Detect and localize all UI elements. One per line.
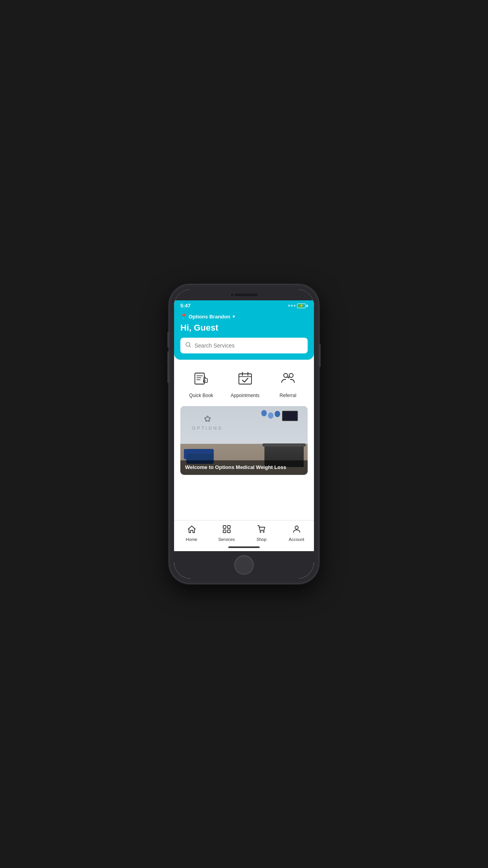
battery-fill: ⚡	[298, 304, 303, 307]
battery-body: ⚡	[297, 303, 306, 308]
search-bar[interactable]	[180, 338, 308, 353]
referral-label: Referral	[279, 393, 296, 398]
svg-line-1	[189, 346, 191, 348]
services-icon	[222, 524, 231, 535]
signal-dot-2	[291, 305, 293, 307]
lightning-icon: ⚡	[299, 304, 303, 307]
status-bar: 5:47 ⚡	[174, 300, 314, 310]
svg-rect-15	[227, 526, 230, 528]
search-input[interactable]	[194, 342, 303, 349]
search-icon	[185, 342, 191, 349]
greeting-text: Hi, Guest	[180, 323, 308, 333]
referral-button[interactable]: Referral	[277, 368, 299, 398]
content-spacer	[174, 481, 314, 520]
nav-account[interactable]: Account	[285, 524, 308, 542]
battery-tip	[306, 305, 308, 307]
svg-point-20	[295, 526, 298, 529]
battery-indicator: ⚡	[297, 303, 308, 308]
nav-shop-label: Shop	[257, 537, 267, 542]
chevron-down-icon: ▾	[233, 314, 235, 319]
front-camera	[230, 293, 234, 297]
appointments-label: Appointments	[231, 393, 259, 398]
speaker	[234, 294, 258, 296]
home-bar	[174, 544, 314, 551]
cart-icon	[257, 524, 266, 535]
location-label: Options Brandon	[189, 314, 230, 320]
wall-tv	[282, 411, 298, 421]
balloon-3	[275, 411, 280, 417]
svg-point-19	[263, 531, 264, 533]
svg-rect-17	[227, 530, 230, 533]
svg-rect-8	[239, 374, 251, 384]
home-icon	[187, 524, 196, 535]
svg-point-13	[289, 373, 293, 377]
nav-services[interactable]: Services	[215, 524, 238, 542]
signal-indicator	[288, 305, 295, 307]
appointments-button[interactable]: Appointments	[231, 368, 259, 398]
appointments-icon	[234, 368, 256, 390]
phone-bottom	[174, 551, 314, 579]
nav-home[interactable]: Home	[180, 524, 204, 542]
app-header: 📍 Options Brandon ▾ Hi, Guest	[174, 310, 314, 360]
phone-top-bar	[174, 289, 314, 300]
svg-point-18	[260, 531, 261, 533]
nav-shop[interactable]: Shop	[250, 524, 273, 542]
screen-content: 5:47 ⚡	[174, 300, 314, 551]
home-bar-line	[228, 546, 260, 548]
svg-rect-14	[223, 526, 226, 528]
banner-caption: Welcome to Options Medical Weight Loss	[180, 460, 308, 475]
quick-book-button[interactable]: Quick Book	[189, 368, 213, 398]
location-row[interactable]: 📍 Options Brandon ▾	[180, 313, 308, 320]
quick-actions-section: Quick Book Appointments	[174, 360, 314, 403]
person-icon	[292, 524, 301, 535]
svg-rect-16	[223, 530, 226, 533]
phone-device: 5:47 ⚡	[169, 285, 319, 583]
nav-services-label: Services	[218, 537, 235, 542]
balloon-1	[261, 410, 267, 416]
main-content: Quick Book Appointments	[174, 360, 314, 551]
svg-rect-2	[195, 373, 204, 384]
balloons	[261, 410, 280, 419]
home-button[interactable]	[234, 555, 254, 575]
options-logo: ✿ OPTIONS	[192, 414, 223, 431]
signal-dot-1	[288, 305, 290, 307]
nav-account-label: Account	[289, 537, 305, 542]
status-time: 5:47	[180, 303, 191, 309]
balloon-2	[268, 412, 273, 419]
quick-book-label: Quick Book	[189, 393, 213, 398]
location-pin-icon: 📍	[180, 313, 187, 320]
banner-caption-text: Welcome to Options Medical Weight Loss	[185, 464, 286, 470]
nav-home-label: Home	[186, 537, 197, 542]
status-right: ⚡	[288, 303, 308, 308]
svg-point-12	[284, 373, 288, 377]
promo-banner[interactable]: ✿ OPTIONS	[180, 406, 308, 475]
quick-book-icon	[190, 368, 212, 390]
bottom-navigation: Home Services	[174, 520, 314, 544]
phone-screen: 5:47 ⚡	[174, 289, 314, 579]
referral-icon	[277, 368, 299, 390]
signal-dot-3	[294, 305, 295, 307]
